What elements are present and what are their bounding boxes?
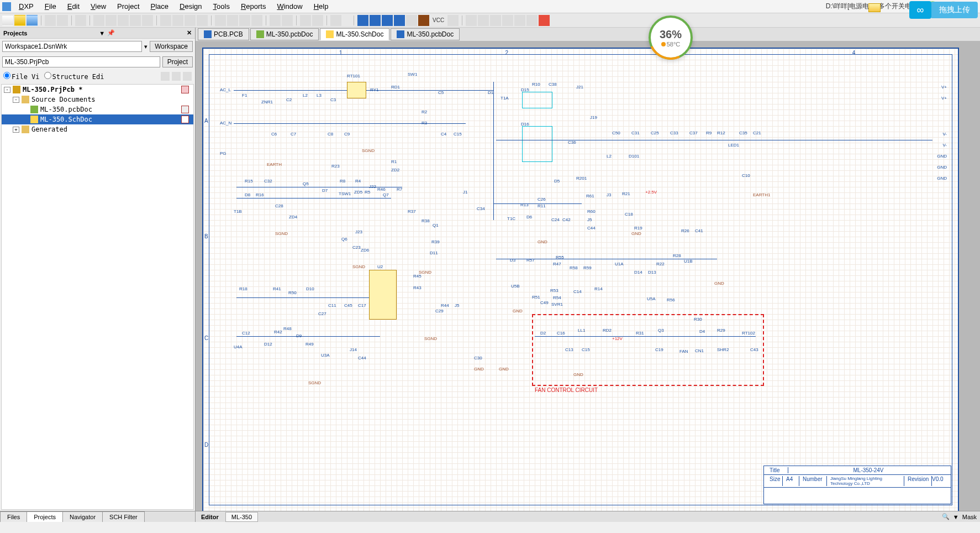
vcc-label[interactable]: VCC: [430, 17, 446, 23]
menu-place[interactable]: Place: [145, 1, 175, 12]
menu-tools[interactable]: Tools: [208, 1, 235, 12]
print-button[interactable]: [45, 15, 56, 26]
menu-edit[interactable]: Edit: [62, 1, 85, 12]
place-gnd-button[interactable]: [418, 15, 429, 26]
diode-d15-box: [522, 92, 552, 108]
zoom-select-button[interactable]: [118, 15, 129, 26]
place-bus-entry-button[interactable]: [382, 15, 393, 26]
redo-button[interactable]: [282, 15, 293, 26]
tree-opt-icon-1[interactable]: [161, 72, 170, 81]
workspace-button[interactable]: Workspace: [150, 41, 193, 52]
doctab-pcbdoc1[interactable]: ML-350.pcbDoc: [250, 28, 319, 40]
filter-icon[interactable]: ▼: [953, 514, 959, 520]
doctab-pcbdoc2[interactable]: ML-350.pcbDoc: [391, 28, 460, 40]
cloud-upload-widget: ∞ 拖拽上传: [909, 1, 978, 19]
view-file-radio[interactable]: File Vi: [3, 72, 40, 81]
close-icon[interactable]: ✕: [187, 29, 192, 36]
rubber-stamp-button[interactable]: [197, 15, 208, 26]
panel-title-text: Projects: [3, 30, 27, 36]
doctab-schdoc[interactable]: ML-350.SchDoc: [320, 28, 389, 40]
hierarchy-button[interactable]: [300, 15, 311, 26]
tab-files[interactable]: Files: [0, 511, 27, 522]
preview-button[interactable]: [57, 15, 68, 26]
browse-button[interactable]: [330, 15, 341, 26]
tree-opt-icon-2[interactable]: [172, 72, 181, 81]
library-button[interactable]: [75, 15, 86, 26]
tree-pcbdoc[interactable]: ML-350.pcbDoc: [2, 104, 193, 114]
part-button[interactable]: [130, 15, 141, 26]
menu-window[interactable]: Window: [271, 1, 308, 12]
pin-icon[interactable]: 📌: [107, 29, 115, 36]
mask-icon[interactable]: 🔍: [942, 513, 950, 520]
ic-u2: [369, 270, 397, 320]
menu-reports[interactable]: Reports: [235, 1, 272, 12]
menu-file[interactable]: File: [39, 1, 62, 12]
place-device-button[interactable]: [502, 15, 513, 26]
port-ac-l: AC_L: [220, 87, 231, 92]
paste-button[interactable]: [185, 15, 196, 26]
cloud-icon[interactable]: ∞: [909, 1, 931, 19]
schematic-canvas[interactable]: 1 2 3 4 A B C D AC_L AC_N PG F: [196, 41, 980, 511]
editor-tab[interactable]: Editor: [196, 513, 224, 521]
cloud-upload-button[interactable]: 拖拽上传: [931, 2, 978, 18]
tab-navigator[interactable]: Navigator: [62, 511, 103, 522]
projects-panel: Projects ▼ 📌 ✕ ▾ Workspace Project File …: [0, 28, 196, 522]
place-netlabel-button[interactable]: [394, 15, 405, 26]
menu-bar: DXP File Edit View Project Place Design …: [0, 0, 980, 13]
place-harness-button[interactable]: [514, 15, 525, 26]
place-line-button[interactable]: [526, 15, 538, 26]
save-button[interactable]: [27, 15, 38, 26]
tree-opt-icon-3[interactable]: [183, 72, 192, 81]
move-button[interactable]: [227, 15, 238, 26]
doc-tab-bottom[interactable]: ML-350: [225, 512, 258, 522]
place-wire-button[interactable]: [357, 15, 368, 26]
relay-ry1: [347, 82, 366, 98]
menu-view[interactable]: View: [85, 1, 112, 12]
document-tabs: PCB.PCB ML-350.pcbDoc ML-350.SchDoc ML-3…: [196, 28, 980, 41]
workspace-input[interactable]: [2, 41, 142, 52]
envelope-icon[interactable]: [868, 3, 881, 12]
place-noerr-button[interactable]: [539, 15, 550, 26]
place-port-button[interactable]: [447, 15, 459, 26]
cut-button[interactable]: [160, 15, 171, 26]
zoom-area-button[interactable]: [106, 15, 117, 26]
view-structure-radio[interactable]: Structure Edi: [44, 72, 104, 81]
new-doc-button[interactable]: [2, 15, 13, 26]
open-button[interactable]: [14, 15, 25, 26]
project-input[interactable]: [2, 56, 160, 67]
mask-label: Mask: [962, 514, 977, 520]
tab-sch-filter[interactable]: SCH Filter: [102, 511, 145, 522]
clear-button[interactable]: [251, 15, 262, 26]
app-logo-icon: [2, 2, 11, 11]
project-button[interactable]: Project: [162, 56, 193, 67]
place-part-button[interactable]: [466, 15, 477, 26]
diode-d16-box: [522, 126, 552, 162]
tree-root[interactable]: - ML-350.PrjPcb *: [2, 85, 193, 95]
menu-help[interactable]: Help: [308, 1, 334, 12]
copy-button[interactable]: [172, 15, 183, 26]
place-sheet-entry-button[interactable]: [490, 15, 501, 26]
place-net-button[interactable]: [406, 15, 417, 26]
editor-bottom-tabs: Editor ML-350 🔍 ▼ Mask: [196, 511, 980, 522]
cpu-gauge-widget[interactable]: 36% 58°C: [649, 15, 693, 60]
title-block: Title ML-350-24V Size A4 Number JiangSu …: [763, 466, 951, 504]
doctab-pcb[interactable]: PCB.PCB: [198, 28, 249, 40]
wire-button[interactable]: [142, 15, 153, 26]
tab-projects[interactable]: Projects: [27, 511, 63, 522]
menu-project[interactable]: Project: [112, 1, 145, 12]
select-button[interactable]: [215, 15, 226, 26]
undo-button[interactable]: [270, 15, 281, 26]
deselect-button[interactable]: [239, 15, 250, 26]
port-ac-n: AC_N: [220, 121, 231, 126]
editor-area: PCB.PCB ML-350.pcbDoc ML-350.SchDoc ML-3…: [196, 28, 980, 522]
tree-generated[interactable]: + Generated: [2, 124, 193, 134]
place-bus-button[interactable]: [370, 15, 381, 26]
menu-dxp[interactable]: DXP: [13, 1, 39, 12]
zoom-fit-button[interactable]: [93, 15, 104, 26]
tree-schdoc[interactable]: ML-350.SchDoc: [2, 114, 193, 124]
cross-probe-button[interactable]: [312, 15, 323, 26]
port-pg: PG: [220, 151, 226, 156]
place-sheet-button[interactable]: [478, 15, 489, 26]
tree-source-docs[interactable]: - Source Documents: [2, 95, 193, 104]
menu-design[interactable]: Design: [174, 1, 207, 12]
